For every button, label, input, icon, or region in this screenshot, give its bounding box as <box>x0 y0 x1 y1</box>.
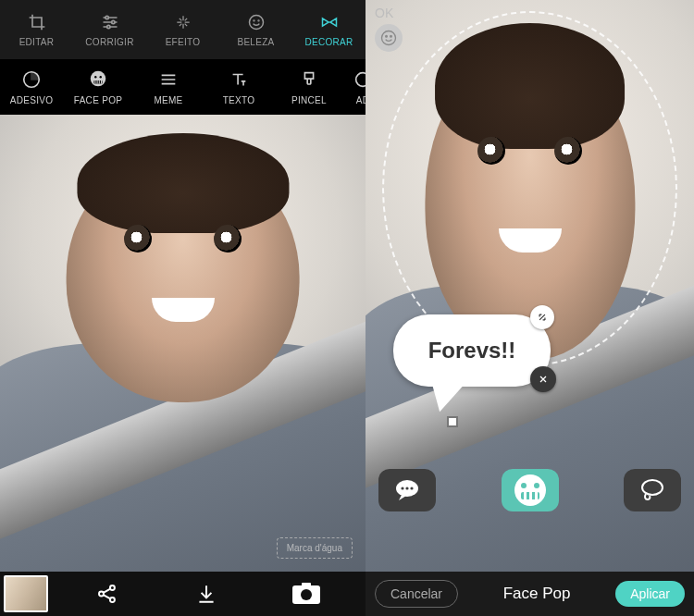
delete-handle[interactable] <box>530 366 556 392</box>
photo-placeholder <box>0 115 366 572</box>
editor-main-pane: EDITAR CORRIGIR EFEITO BELEZA <box>0 0 366 616</box>
tail-handle[interactable] <box>447 416 458 427</box>
tab-label: CORRIGIR <box>85 37 133 47</box>
text-icon <box>228 69 250 90</box>
facepop-edit-pane: OK Forevs!! <box>366 0 694 616</box>
svg-point-15 <box>356 72 366 86</box>
apply-label: Aplicar <box>630 586 670 601</box>
svg-point-5 <box>258 19 259 20</box>
svg-rect-21 <box>302 583 311 587</box>
bowtie-icon <box>319 13 340 31</box>
speech-bubble-tool[interactable] <box>378 469 436 511</box>
svg-point-28 <box>410 487 413 489</box>
svg-point-26 <box>401 487 403 489</box>
emoji-picker-button[interactable] <box>375 24 403 52</box>
watermark-label: Marca d'água <box>287 543 342 553</box>
svg-point-9 <box>100 76 102 78</box>
facepop-tool-row <box>366 461 694 520</box>
subtab-label: MEME <box>154 95 182 105</box>
ok-button[interactable]: OK <box>375 6 393 20</box>
tab-label: EFEITO <box>166 37 201 47</box>
tab-decorar[interactable]: DECORAR <box>292 0 366 59</box>
svg-rect-12 <box>97 80 98 83</box>
svg-point-20 <box>301 589 312 600</box>
crop-icon <box>27 13 47 31</box>
sticker-icon <box>20 69 43 90</box>
gallery-thumbnail[interactable] <box>4 575 48 612</box>
subtab-meme[interactable]: MEME <box>133 59 204 115</box>
svg-point-3 <box>249 15 263 29</box>
svg-point-17 <box>110 585 115 590</box>
subtab-label: ADESIVO <box>10 95 54 105</box>
tab-beleza[interactable]: BELEZA <box>219 0 292 59</box>
svg-point-27 <box>405 487 408 489</box>
apply-button[interactable]: Aplicar <box>615 581 685 607</box>
subtab-adesivo[interactable]: ADESIVO <box>0 59 63 115</box>
svg-point-29 <box>642 480 663 495</box>
ok-label: OK <box>375 6 393 20</box>
svg-point-16 <box>99 592 104 597</box>
svg-point-8 <box>94 76 96 78</box>
facepop-canvas[interactable]: OK Forevs!! <box>366 0 694 572</box>
smile-icon <box>246 13 266 31</box>
subtab-pincel[interactable]: PINCEL <box>274 59 344 115</box>
sparkle-icon <box>173 13 193 31</box>
tab-efeito[interactable]: EFEITO <box>146 0 219 59</box>
svg-point-2 <box>106 25 109 28</box>
watermark-box[interactable]: Marca d'água <box>277 537 353 559</box>
decorate-sub-tabs: ADESIVO FACE POP MEME TEXTO <box>0 59 366 115</box>
mode-title: Face Pop <box>503 585 571 603</box>
svg-point-23 <box>386 36 388 38</box>
resize-handle[interactable] <box>530 305 554 329</box>
subtab-label: FACE POP <box>74 95 122 105</box>
tab-editar[interactable]: EDITAR <box>0 0 73 59</box>
tab-label: DECORAR <box>304 37 353 47</box>
speech-bubble[interactable]: Forevs!! <box>393 314 551 387</box>
photo-canvas[interactable]: Marca d'água <box>0 115 366 572</box>
tab-label: EDITAR <box>19 37 55 47</box>
svg-rect-13 <box>99 80 100 83</box>
svg-point-1 <box>111 20 114 23</box>
subtab-facepop[interactable]: FACE POP <box>63 59 133 115</box>
svg-point-24 <box>390 36 392 38</box>
speech-text: Forevs!! <box>428 338 516 363</box>
subtab-label: TEXTO <box>223 95 255 105</box>
lasso-tool[interactable] <box>624 469 681 511</box>
subtab-label: PINCEL <box>291 95 327 105</box>
facepop-icon <box>87 69 109 90</box>
camera-button[interactable] <box>290 577 323 610</box>
cancel-button[interactable]: Cancelar <box>375 580 458 608</box>
grimace-emoji-icon <box>514 474 546 506</box>
svg-point-22 <box>382 31 396 45</box>
share-button[interactable] <box>91 577 124 610</box>
bottom-toolbar-right: Cancelar Face Pop Aplicar <box>366 572 694 616</box>
svg-point-0 <box>105 16 108 18</box>
svg-point-7 <box>91 70 106 86</box>
brush-icon <box>298 69 320 90</box>
svg-point-18 <box>110 598 115 602</box>
subtab-label: AD <box>356 95 366 105</box>
svg-rect-14 <box>101 80 102 83</box>
sliders-icon <box>100 13 120 31</box>
svg-rect-11 <box>94 80 95 83</box>
top-tabs: EDITAR CORRIGIR EFEITO BELEZA <box>0 0 366 59</box>
cancel-label: Cancelar <box>390 586 442 601</box>
bottom-toolbar-left <box>0 572 366 616</box>
tab-corrigir[interactable]: CORRIGIR <box>73 0 146 59</box>
subtab-ad[interactable]: AD <box>344 59 366 115</box>
emoji-face-tool[interactable] <box>502 469 559 511</box>
meme-icon <box>157 69 180 90</box>
tab-label: BELEZA <box>237 37 274 47</box>
subtab-texto[interactable]: TEXTO <box>204 59 274 115</box>
svg-point-4 <box>254 19 254 20</box>
circle-icon <box>352 69 366 90</box>
download-button[interactable] <box>190 577 223 610</box>
